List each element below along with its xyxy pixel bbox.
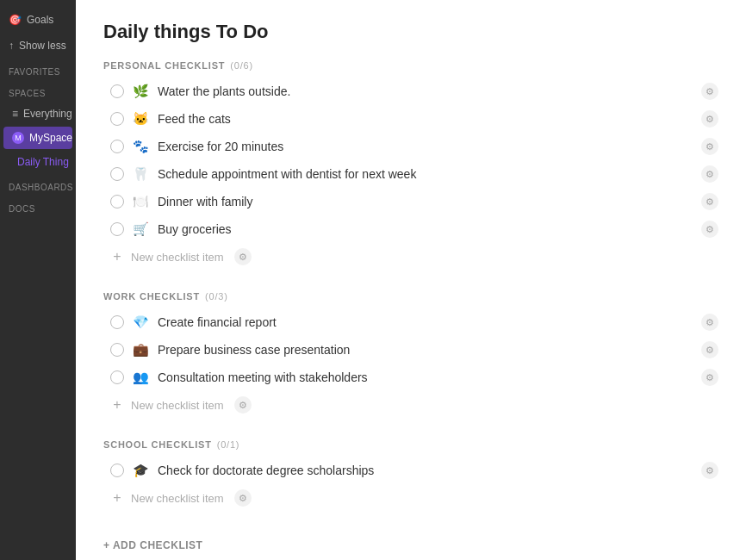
school-checklist-count: (0/1): [217, 439, 240, 450]
item-emoji-task-9: 👥: [133, 370, 149, 385]
new-item-label: New checklist item: [131, 492, 224, 505]
checkbox-task-10[interactable]: [110, 464, 124, 477]
list-item[interactable]: 🐾 Exercise for 20 minutes ⚙: [103, 133, 718, 160]
item-emoji-task-2: 🐱: [133, 111, 149, 127]
item-text-task-7: Create financial report: [158, 315, 693, 329]
item-text-task-3: Exercise for 20 minutes: [158, 140, 693, 153]
add-checklist-label: + ADD CHECKLIST: [103, 539, 202, 551]
item-emoji-task-7: 💎: [133, 314, 149, 330]
item-text-task-10: Check for doctorate degree scholarships: [158, 464, 693, 477]
item-settings-task-2[interactable]: ⚙: [701, 110, 718, 128]
show-less-icon: ↑: [9, 40, 14, 52]
sidebar-show-less[interactable]: ↑ Show less: [0, 33, 76, 59]
personal-checklist-header: PERSONAL CHECKLIST(0/6): [103, 60, 718, 71]
sidebar-everything[interactable]: ≡ Everything: [3, 103, 72, 125]
school-checklist-header: SCHOOL CHECKLIST(0/1): [103, 439, 718, 450]
checkbox-task-8[interactable]: [110, 343, 124, 357]
item-text-task-4: Schedule appointment with dentist for ne…: [158, 167, 693, 181]
add-checklist-button[interactable]: + ADD CHECKLIST: [103, 532, 718, 558]
item-text-task-2: Feed the cats: [158, 112, 693, 126]
checkbox-task-9[interactable]: [110, 370, 124, 384]
personal-checklist-title: PERSONAL CHECKLIST: [103, 60, 225, 71]
new-item-settings[interactable]: ⚙: [234, 489, 252, 507]
everything-icon: ≡: [12, 108, 18, 120]
item-text-task-9: Consultation meeting with stakeholders: [158, 370, 693, 384]
list-item[interactable]: 🎓 Check for doctorate degree scholarship…: [103, 457, 718, 484]
checklists-container: PERSONAL CHECKLIST(0/6) 🌿 Water the plan…: [103, 60, 718, 512]
list-item[interactable]: 🦷 Schedule appointment with dentist for …: [103, 160, 718, 188]
sidebar-show-less-label: Show less: [19, 40, 66, 52]
sidebar-goals-label: Goals: [27, 14, 53, 26]
personal-checklist-new-item[interactable]: + New checklist item ⚙: [103, 243, 718, 271]
item-emoji-task-10: 🎓: [133, 463, 149, 478]
item-emoji-task-3: 🐾: [133, 139, 149, 154]
list-item[interactable]: 🐱 Feed the cats ⚙: [103, 105, 718, 133]
item-settings-task-1[interactable]: ⚙: [701, 83, 718, 100]
myspace-icon: M: [12, 132, 24, 144]
item-text-task-8: Prepare business case presentation: [158, 343, 693, 357]
item-text-task-1: Water the plants outside.: [158, 84, 693, 98]
item-settings-task-9[interactable]: ⚙: [701, 369, 718, 386]
school-checklist: SCHOOL CHECKLIST(0/1) 🎓 Check for doctor…: [103, 439, 718, 512]
item-emoji-task-6: 🛒: [133, 221, 149, 237]
school-checklist-new-item[interactable]: + New checklist item ⚙: [103, 484, 718, 512]
sidebar-daily-thing[interactable]: Daily Thing: [3, 151, 72, 173]
list-item[interactable]: 🌿 Water the plants outside. ⚙: [103, 78, 718, 105]
checkbox-task-5[interactable]: [110, 195, 124, 208]
work-checklist-header: WORK CHECKLIST(0/3): [103, 291, 718, 302]
favorites-label: FAVORITES: [0, 59, 76, 80]
checkbox-task-2[interactable]: [110, 112, 124, 126]
item-emoji-task-5: 🍽️: [133, 194, 149, 209]
new-item-label: New checklist item: [131, 251, 224, 264]
personal-checklist-count: (0/6): [230, 60, 253, 71]
sidebar-myspace[interactable]: M MySpace: [3, 127, 72, 149]
plus-icon: +: [110, 398, 124, 412]
docs-label: DOCS: [0, 196, 76, 217]
checkbox-task-1[interactable]: [110, 84, 124, 98]
item-settings-task-4[interactable]: ⚙: [701, 165, 718, 183]
work-checklist-count: (0/3): [205, 291, 228, 302]
new-item-settings[interactable]: ⚙: [234, 396, 252, 414]
goals-icon: 🎯: [9, 14, 22, 26]
new-item-label: New checklist item: [131, 399, 224, 412]
item-text-task-5: Dinner with family: [158, 195, 693, 208]
dashboards-label: DASHBOARDS: [0, 174, 76, 196]
list-item[interactable]: 👥 Consultation meeting with stakeholders…: [103, 364, 718, 391]
sidebar-everything-label: Everything: [23, 108, 72, 120]
new-item-settings[interactable]: ⚙: [234, 248, 252, 265]
list-item[interactable]: 🍽️ Dinner with family ⚙: [103, 188, 718, 215]
item-emoji-task-1: 🌿: [133, 84, 149, 99]
checkbox-task-4[interactable]: [110, 167, 124, 181]
plus-icon: +: [110, 250, 124, 264]
sidebar-daily-label: Daily Thing: [17, 156, 69, 168]
list-item[interactable]: 💎 Create financial report ⚙: [103, 308, 718, 336]
item-emoji-task-8: 💼: [133, 342, 149, 358]
page-title: Daily things To Do: [103, 21, 718, 43]
item-settings-task-7[interactable]: ⚙: [701, 314, 718, 331]
list-item[interactable]: 🛒 Buy groceries ⚙: [103, 215, 718, 243]
list-item[interactable]: 💼 Prepare business case presentation ⚙: [103, 336, 718, 364]
plus-icon: +: [110, 491, 124, 505]
work-checklist-new-item[interactable]: + New checklist item ⚙: [103, 391, 718, 419]
item-settings-task-3[interactable]: ⚙: [701, 138, 718, 155]
main-content: Daily things To Do PERSONAL CHECKLIST(0/…: [76, 0, 746, 560]
personal-checklist: PERSONAL CHECKLIST(0/6) 🌿 Water the plan…: [103, 60, 718, 271]
school-checklist-title: SCHOOL CHECKLIST: [103, 439, 212, 450]
work-checklist: WORK CHECKLIST(0/3) 💎 Create financial r…: [103, 291, 718, 419]
item-text-task-6: Buy groceries: [158, 222, 693, 236]
sidebar-goals[interactable]: 🎯 Goals: [0, 7, 76, 33]
work-checklist-title: WORK CHECKLIST: [103, 291, 200, 302]
sidebar: 🎯 Goals ↑ Show less FAVORITES SPACES ≡ E…: [0, 0, 76, 560]
checkbox-task-7[interactable]: [110, 315, 124, 329]
item-settings-task-5[interactable]: ⚙: [701, 193, 718, 210]
sidebar-myspace-label: MySpace: [29, 132, 72, 144]
item-settings-task-6[interactable]: ⚙: [701, 221, 718, 238]
checkbox-task-6[interactable]: [110, 222, 124, 236]
item-settings-task-8[interactable]: ⚙: [701, 341, 718, 358]
item-emoji-task-4: 🦷: [133, 166, 149, 182]
spaces-label: SPACES: [0, 80, 76, 102]
checkbox-task-3[interactable]: [110, 140, 124, 153]
item-settings-task-10[interactable]: ⚙: [701, 462, 718, 479]
